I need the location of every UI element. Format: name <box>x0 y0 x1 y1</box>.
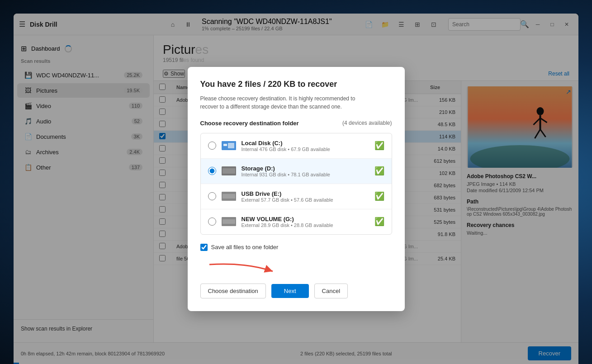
recovery-modal: You have 2 files / 220 KB to recover Ple… <box>188 67 405 311</box>
drive-c-check: ✅ <box>374 141 384 151</box>
arrow-graphic <box>200 260 291 278</box>
drive-g-name: NEW VOLUME (G:) <box>242 216 369 222</box>
drive-radio-c[interactable] <box>208 142 216 150</box>
drive-item-d[interactable]: Storage (D:) Internal 931 GB disk • 78.1… <box>201 159 392 184</box>
drive-g-check: ✅ <box>374 217 384 227</box>
svg-rect-14 <box>223 194 235 199</box>
drive-item-c[interactable]: Local Disk (C:) Internal 476 GB disk • 6… <box>201 133 392 159</box>
drive-radio-d[interactable] <box>208 167 216 175</box>
svg-rect-16 <box>223 219 235 224</box>
drive-d-name: Storage (D:) <box>242 165 369 172</box>
drive-e-name: USB Drive (E:) <box>242 190 369 197</box>
drive-icon-d <box>222 166 236 175</box>
drive-c-detail: Internal 476 GB disk • 67.9 GB available <box>242 147 369 152</box>
drive-radio-g[interactable] <box>208 217 216 226</box>
modal-description: Please choose recovery destination. It i… <box>200 95 392 111</box>
drive-icon-c <box>222 141 236 150</box>
save-to-folder-label: Save all files to one folder <box>211 244 279 251</box>
modal-devices-available: (4 devices available) <box>342 120 392 126</box>
next-button[interactable]: Next <box>271 284 309 298</box>
drive-info-d: Storage (D:) Internal 931 GB disk • 78.1… <box>242 165 369 177</box>
modal-actions: Choose destination Next Cancel <box>200 284 392 298</box>
svg-rect-9 <box>223 144 227 146</box>
drive-info-g: NEW VOLUME (G:) External 28.9 GB disk • … <box>242 216 369 228</box>
drive-icon-e <box>222 192 236 201</box>
drive-info-e: USB Drive (E:) External 57.7 GB disk • 5… <box>242 190 369 203</box>
drive-g-detail: External 28.9 GB disk • 28.8 GB availabl… <box>242 222 369 228</box>
choose-destination-button[interactable]: Choose destination <box>200 284 266 298</box>
drive-d-detail: Internal 931 GB disk • 78.1 GB available <box>242 172 369 177</box>
drive-c-name: Local Disk (C:) <box>242 140 369 147</box>
drive-d-check: ✅ <box>374 166 384 176</box>
modal-footer-checkbox: Save all files to one folder <box>200 244 392 251</box>
drive-info-c: Local Disk (C:) Internal 476 GB disk • 6… <box>242 140 369 152</box>
drive-icon-g <box>222 217 236 226</box>
modal-section-label: Choose recovery destination folder <box>200 120 299 127</box>
drive-item-e[interactable]: USB Drive (E:) External 57.7 GB disk • 5… <box>201 184 392 209</box>
modal-overlay: You have 2 files / 220 KB to recover Ple… <box>14 14 578 364</box>
svg-rect-10 <box>228 143 234 148</box>
modal-title: You have 2 files / 220 KB to recover <box>200 80 392 89</box>
drive-e-check: ✅ <box>374 191 384 201</box>
main-window: ☰ Disk Drill ⌂ ⏸ Scanning "WDC WD40NDZW-… <box>14 14 578 364</box>
svg-rect-12 <box>223 168 235 174</box>
drive-radio-e[interactable] <box>208 192 216 200</box>
drive-item-g[interactable]: NEW VOLUME (G:) External 28.9 GB disk • … <box>201 209 392 234</box>
save-to-folder-checkbox[interactable] <box>200 244 208 251</box>
drive-list: Local Disk (C:) Internal 476 GB disk • 6… <box>200 133 392 235</box>
cancel-button[interactable]: Cancel <box>314 284 348 298</box>
modal-section-header: Choose recovery destination folder (4 de… <box>200 120 392 127</box>
drive-e-detail: External 57.7 GB disk • 57.6 GB availabl… <box>242 197 369 203</box>
